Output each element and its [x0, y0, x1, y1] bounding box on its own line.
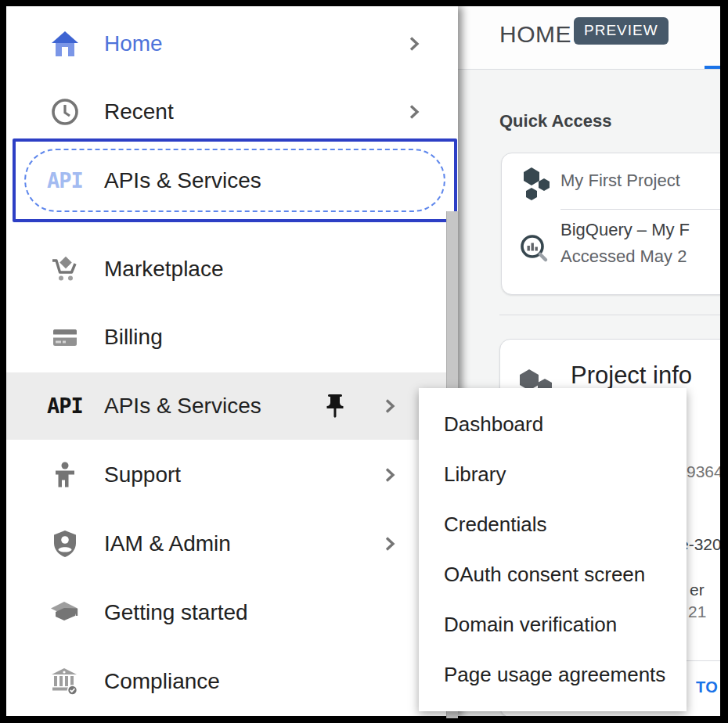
sidebar-item-label: Getting started [104, 588, 248, 638]
sidebar-item-recent[interactable]: Recent [6, 87, 458, 137]
quick-access-project-row[interactable]: My First Project [560, 171, 680, 191]
sidebar-item-label: Compliance [104, 656, 220, 707]
chevron-right-icon [381, 397, 398, 415]
text-fragment-21: 21 [688, 602, 706, 621]
quick-access-heading: Quick Access [499, 111, 612, 131]
submenu-item-oauth-consent-screen[interactable]: OAuth consent screen [419, 549, 687, 599]
sidebar-item-marketplace[interactable]: Marketplace [6, 244, 458, 294]
project-info-title: Project info [571, 362, 692, 390]
home-icon [49, 28, 81, 59]
sidebar-item-getting-started[interactable]: Getting started [6, 588, 458, 638]
sidebar-item-support[interactable]: Support [6, 450, 458, 500]
clock-icon [49, 96, 81, 128]
navigation-sidebar: Home Recent API APIs & Services Marketpl… [6, 6, 458, 716]
submenu-item-credentials[interactable]: Credentials [419, 499, 687, 549]
focus-dashed-outline [24, 149, 445, 212]
sidebar-item-label: Billing [104, 312, 163, 362]
sidebar-item-label: Support [104, 450, 181, 500]
support-person-icon [49, 459, 81, 491]
iam-shield-person-icon [49, 528, 81, 559]
divider [560, 209, 720, 210]
chevron-right-icon [405, 35, 423, 52]
active-tab-indicator [705, 66, 720, 69]
submenu-item-domain-verification[interactable]: Domain verification [419, 599, 687, 649]
pin-icon[interactable] [321, 392, 349, 420]
sidebar-item-label: IAM & Admin [104, 519, 231, 569]
sidebar-item-label: Home [104, 19, 163, 69]
sidebar-item-label: Recent [104, 87, 174, 137]
billing-card-icon [49, 322, 81, 353]
graduation-cap-icon [49, 597, 81, 628]
chevron-right-icon [381, 535, 398, 552]
page-title: HOME [499, 21, 571, 48]
sidebar-item-label: Marketplace [104, 244, 224, 294]
sidebar-item-iam-admin[interactable]: IAM & Admin [6, 519, 458, 569]
go-to-link-fragment[interactable]: TO [696, 678, 718, 696]
sidebar-item-billing[interactable]: Billing [6, 312, 458, 362]
bigquery-icon [517, 232, 552, 266]
chevron-right-icon [405, 103, 423, 120]
project-hexagons-icon [519, 166, 553, 200]
submenu-item-library[interactable]: Library [419, 449, 687, 499]
quick-access-bigquery-row[interactable]: BigQuery – My F [560, 220, 690, 240]
submenu-item-dashboard[interactable]: Dashboard [419, 399, 687, 449]
sidebar-item-label: APIs & Services [104, 381, 261, 431]
marketplace-cart-icon [49, 254, 81, 285]
text-fragment-er: er [690, 581, 705, 599]
main-header: HOME PREVIEW [458, 6, 720, 70]
preview-badge: PREVIEW [574, 17, 669, 45]
divider [499, 315, 720, 315]
apis-services-submenu: Dashboard Library Credentials OAuth cons… [419, 388, 687, 711]
compliance-bank-icon [49, 666, 81, 697]
sidebar-item-apis-services[interactable]: API APIs & Services [6, 381, 458, 431]
keyboard-focus-ring [13, 138, 457, 222]
sidebar-item-home[interactable]: Home [6, 19, 458, 69]
project-number-fragment: 9364 [687, 462, 720, 481]
submenu-item-page-usage-agreements[interactable]: Page usage agreements [419, 649, 687, 700]
chevron-right-icon [381, 466, 398, 484]
sidebar-item-compliance[interactable]: Compliance [6, 656, 458, 707]
api-icon: API [46, 390, 84, 422]
bigquery-accessed-date: Accessed May 2 [560, 246, 687, 267]
quick-access-card: My First Project BigQuery – My F Accesse… [501, 153, 720, 295]
